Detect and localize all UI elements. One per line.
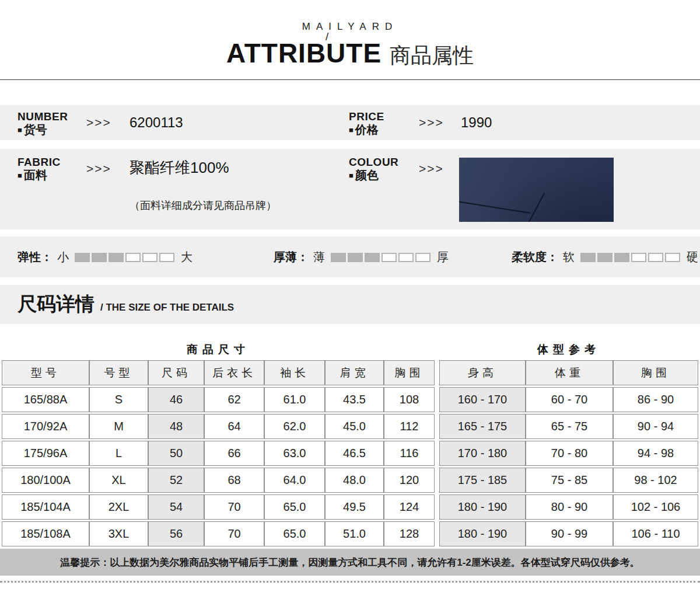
number-label: NUMBER ■货号 [18, 110, 68, 137]
scale-label: 厚薄： [274, 249, 309, 265]
measurement-note-bar: 温馨提示：以上数据为美尔雅商品实物平铺后手工测量，因测量方式和工具不同，请允许有… [0, 549, 700, 576]
table-cell: 185/104A [2, 494, 89, 520]
price-label-en: PRICE [349, 110, 384, 123]
table-cell: 90 - 99 [526, 521, 613, 546]
table-cell: S [89, 387, 148, 412]
table-cell: 52 [148, 468, 204, 493]
scale-block-empty [159, 253, 174, 262]
scale-block-empty [382, 253, 397, 262]
table-cell: 124 [384, 494, 435, 520]
square-bullet-icon: ■ [349, 171, 354, 180]
scale-block-filled [365, 253, 380, 262]
thickness-scale: 厚薄： 薄 厚 [274, 236, 449, 277]
elasticity-scale: 弹性： 小 大 [18, 236, 192, 277]
price-label: PRICE ■价格 [349, 110, 384, 137]
table-cell: 62.0 [264, 414, 325, 439]
table-cell: 75 - 85 [526, 468, 613, 493]
colour-label-zh: 颜色 [355, 169, 379, 182]
softness-scale: 柔软度： 软 硬 [512, 236, 698, 277]
scale-max-label: 大 [181, 249, 192, 265]
price-label-zh: 价格 [355, 123, 379, 136]
table-cell: 120 [384, 468, 435, 493]
scale-blocks [580, 252, 682, 262]
scale-block-empty [142, 253, 158, 262]
scale-block-empty [631, 253, 646, 262]
column-header: 肩宽 [325, 360, 384, 385]
table-titles: 商品尺寸 体型参考 [2, 342, 698, 357]
table-cell: 116 [384, 441, 435, 466]
table-cell: 54 [148, 494, 204, 520]
table-cell: 2XL [89, 494, 148, 520]
fabric-label-zh: 面料 [24, 169, 47, 182]
table-cell: 64.0 [264, 468, 325, 493]
scale-block-filled [614, 253, 629, 262]
table-cell: 43.5 [325, 387, 384, 412]
table-cell: 50 [148, 441, 204, 466]
fabric-label: FABRIC ■面料 [18, 156, 61, 182]
table-cell: 175/96A [2, 441, 89, 466]
table-cell: 86 - 90 [613, 387, 698, 412]
scale-max-label: 硬 [687, 249, 698, 265]
square-bullet-icon: ■ [18, 126, 22, 134]
column-header: 尺码 [148, 360, 204, 385]
table-cell: 66 [204, 441, 264, 466]
product-attribute-page: MAILYARD / ATTRIBUTE商品属性 NUMBER ■货号 >>> … [0, 0, 700, 606]
price-value: 1990 [461, 114, 492, 131]
scale-block-empty [125, 253, 141, 262]
scale-block-filled [597, 253, 612, 262]
table-row: 180 - 19090 - 99106 - 110 [439, 521, 698, 546]
table-cell: 60 - 70 [526, 387, 613, 412]
dotted-divider [0, 581, 700, 583]
table-cell: 70 - 80 [526, 441, 613, 466]
fabric-note: （面料详细成分请见商品吊牌） [130, 198, 276, 213]
table-cell: 160 - 170 [439, 387, 526, 412]
table-cell: 64 [204, 414, 264, 439]
column-header: 身高 [439, 360, 526, 385]
scale-block-filled [331, 253, 346, 262]
table-header-row: 身高体重胸围 [439, 360, 698, 385]
table-cell: 56 [148, 521, 204, 546]
table-cell: L [89, 441, 148, 466]
table-cell: 70 [204, 494, 264, 520]
table-cell: 165/88A [2, 387, 89, 412]
table-cell: 112 [384, 414, 435, 439]
scale-block-filled [75, 253, 90, 262]
scale-block-filled [580, 253, 596, 262]
number-label-zh: 货号 [24, 123, 47, 136]
scale-block-empty [415, 253, 430, 262]
fabric-value: 聚酯纤维100% [130, 158, 229, 178]
table-cell: 108 [384, 387, 435, 412]
table-cell: 3XL [89, 521, 148, 546]
table-cell: 49.5 [325, 494, 384, 520]
table-cell: 65.0 [264, 521, 325, 546]
scale-block-empty [648, 253, 663, 262]
table-cell: 63.0 [264, 441, 325, 466]
table-cell: 170 - 180 [439, 441, 526, 466]
size-details-title-zh: 尺码详情 [18, 291, 94, 318]
table-row: 185/104A2XL547065.049.5124 [2, 494, 435, 520]
table-cell: 180 - 190 [439, 521, 526, 546]
column-header: 型号 [2, 360, 89, 385]
size-details-heading: 尺码详情 / THE SIZE OF THE DETAILS [0, 285, 700, 324]
size-details-title-en: / THE SIZE OF THE DETAILS [100, 302, 234, 314]
scale-min-label: 薄 [313, 249, 325, 265]
product-size-table: 型号号型尺码后衣长袖长肩宽胸围165/88AS466261.043.510817… [2, 358, 435, 548]
table-row: 170/92AM486462.045.0112 [2, 414, 435, 439]
column-header: 后衣长 [204, 360, 264, 385]
scale-blocks [331, 252, 432, 262]
fabric-scales-section: 弹性： 小 大 厚薄： 薄 厚 柔软度： 软 硬 [0, 236, 700, 277]
table-row: 160 - 17060 - 7086 - 90 [439, 387, 698, 412]
table-cell: 90 - 94 [613, 414, 698, 439]
size-tables: 型号号型尺码后衣长袖长肩宽胸围165/88AS466261.043.510817… [2, 358, 698, 548]
column-header: 袖长 [264, 360, 325, 385]
scale-blocks [75, 252, 176, 262]
column-header: 体重 [526, 360, 613, 385]
arrows-icon: >>> [419, 162, 444, 176]
scale-min-label: 小 [57, 249, 69, 265]
table-cell: 165 - 175 [439, 414, 526, 439]
column-header: 胸围 [613, 360, 698, 385]
table-row: 175 - 18575 - 8598 - 102 [439, 468, 698, 493]
table-cell: 48 [148, 414, 204, 439]
table-cell: 62 [204, 387, 264, 412]
table-cell: XL [89, 468, 148, 493]
